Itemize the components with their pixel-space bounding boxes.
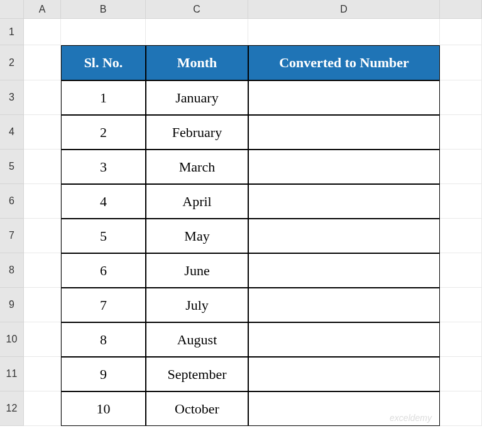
table-header-month[interactable]: Month: [146, 45, 248, 80]
cell-e8[interactable]: [440, 253, 482, 288]
cell-e12[interactable]: [440, 391, 482, 426]
cell-a8[interactable]: [24, 253, 61, 288]
table-row[interactable]: September: [146, 357, 248, 391]
cell-a1[interactable]: [24, 19, 61, 45]
cell-e7[interactable]: [440, 219, 482, 253]
table-row[interactable]: [248, 80, 440, 115]
cell-a7[interactable]: [24, 219, 61, 253]
table-row[interactable]: [248, 253, 440, 288]
row-header-10[interactable]: 10: [0, 322, 24, 357]
cell-a2[interactable]: [24, 45, 61, 80]
table-row[interactable]: 2: [61, 115, 146, 150]
col-header-d[interactable]: D: [248, 0, 440, 19]
cell-e9[interactable]: [440, 288, 482, 322]
col-header-a[interactable]: A: [24, 0, 61, 19]
corner-cell[interactable]: [0, 0, 24, 19]
table-row[interactable]: 5: [61, 219, 146, 253]
row-header-8[interactable]: 8: [0, 253, 24, 288]
table-row[interactable]: January: [146, 80, 248, 115]
table-row[interactable]: [248, 184, 440, 219]
table-row[interactable]: 10: [61, 391, 146, 426]
table-row[interactable]: June: [146, 253, 248, 288]
cell-a12[interactable]: [24, 391, 61, 426]
cell-d1[interactable]: [248, 19, 440, 45]
row-header-6[interactable]: 6: [0, 184, 24, 219]
cell-a5[interactable]: [24, 150, 61, 184]
table-row[interactable]: [248, 391, 440, 426]
cell-a6[interactable]: [24, 184, 61, 219]
table-row[interactable]: 7: [61, 288, 146, 322]
cell-b1[interactable]: [61, 19, 146, 45]
col-header-e[interactable]: [440, 0, 482, 19]
table-row[interactable]: 9: [61, 357, 146, 391]
cell-e11[interactable]: [440, 357, 482, 391]
table-row[interactable]: [248, 322, 440, 357]
cell-e10[interactable]: [440, 322, 482, 357]
row-header-12[interactable]: 12: [0, 391, 24, 426]
table-row[interactable]: 1: [61, 80, 146, 115]
cell-a4[interactable]: [24, 115, 61, 150]
table-row[interactable]: April: [146, 184, 248, 219]
col-header-b[interactable]: B: [61, 0, 146, 19]
row-header-3[interactable]: 3: [0, 80, 24, 115]
table-row[interactable]: August: [146, 322, 248, 357]
table-row[interactable]: May: [146, 219, 248, 253]
table-row[interactable]: 3: [61, 150, 146, 184]
table-row[interactable]: July: [146, 288, 248, 322]
cell-e5[interactable]: [440, 150, 482, 184]
cell-a9[interactable]: [24, 288, 61, 322]
cell-e1[interactable]: [440, 19, 482, 45]
cell-e6[interactable]: [440, 184, 482, 219]
cell-e4[interactable]: [440, 115, 482, 150]
row-header-4[interactable]: 4: [0, 115, 24, 150]
table-row[interactable]: 8: [61, 322, 146, 357]
table-row[interactable]: February: [146, 115, 248, 150]
col-header-c[interactable]: C: [146, 0, 248, 19]
spreadsheet-grid: A B C D 1 2 Sl. No. Month Converted to N…: [0, 0, 482, 426]
table-header-converted[interactable]: Converted to Number: [248, 45, 440, 80]
cell-c1[interactable]: [146, 19, 248, 45]
row-header-11[interactable]: 11: [0, 357, 24, 391]
table-row[interactable]: [248, 357, 440, 391]
table-row[interactable]: [248, 115, 440, 150]
row-header-5[interactable]: 5: [0, 150, 24, 184]
table-row[interactable]: [248, 288, 440, 322]
cell-a3[interactable]: [24, 80, 61, 115]
table-row[interactable]: October: [146, 391, 248, 426]
table-row[interactable]: 4: [61, 184, 146, 219]
row-header-1[interactable]: 1: [0, 19, 24, 45]
table-header-slno[interactable]: Sl. No.: [61, 45, 146, 80]
row-header-2[interactable]: 2: [0, 45, 24, 80]
table-row[interactable]: 6: [61, 253, 146, 288]
cell-e3[interactable]: [440, 80, 482, 115]
table-row[interactable]: March: [146, 150, 248, 184]
table-row[interactable]: [248, 150, 440, 184]
row-header-7[interactable]: 7: [0, 219, 24, 253]
cell-e2[interactable]: [440, 45, 482, 80]
row-header-9[interactable]: 9: [0, 288, 24, 322]
table-row[interactable]: [248, 219, 440, 253]
cell-a10[interactable]: [24, 322, 61, 357]
cell-a11[interactable]: [24, 357, 61, 391]
